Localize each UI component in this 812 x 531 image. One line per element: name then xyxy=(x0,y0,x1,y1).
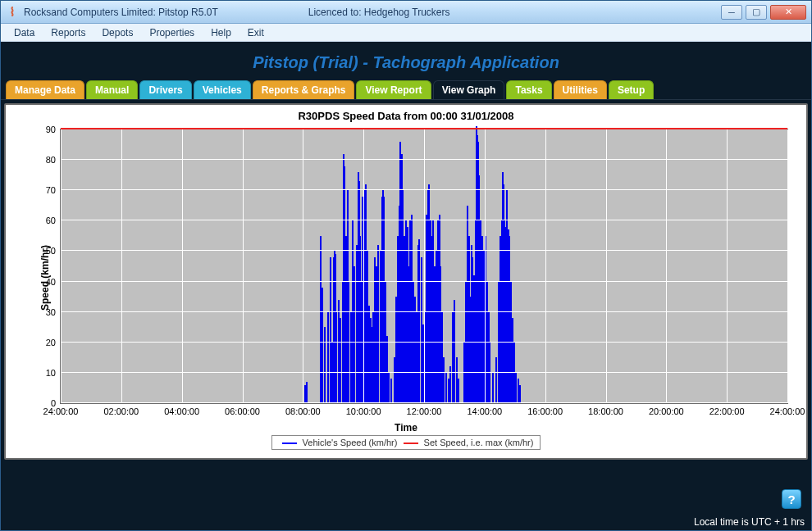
licence-text: Licenced to: Hedgehog Truckers xyxy=(308,7,450,18)
y-tick: 50 xyxy=(46,246,56,256)
plot-area: 010203040506070809024:00:0002:00:0004:00… xyxy=(60,129,788,404)
y-tick: 80 xyxy=(46,155,56,165)
legend-label-speed: Vehicle's Speed (km/hr) xyxy=(303,438,398,447)
tab-manual[interactable]: Manual xyxy=(86,80,138,99)
y-tick: 10 xyxy=(46,368,56,378)
app-window: Rocksand Computers Limited: Pitstop R5.0… xyxy=(0,0,812,531)
tab-view-graph[interactable]: View Graph xyxy=(433,80,505,99)
legend-swatch-speed xyxy=(282,442,297,444)
app-title: Pitstop (Trial) - Tachograph Application xyxy=(1,42,811,80)
x-tick: 10:00:00 xyxy=(346,406,381,416)
y-tick: 40 xyxy=(46,277,56,287)
x-tick: 18:00:00 xyxy=(588,406,623,416)
y-tick: 20 xyxy=(46,338,56,347)
app-body: Pitstop (Trial) - Tachograph Application… xyxy=(1,42,811,530)
help-row: ? xyxy=(4,460,808,512)
chart-title: R30PDS Speed Data from 00:00 31/01/2008 xyxy=(14,110,798,122)
y-tick: 70 xyxy=(46,185,56,195)
x-tick: 24:00:00 xyxy=(770,406,805,416)
legend-swatch-set xyxy=(404,442,418,444)
x-tick: 14:00:00 xyxy=(467,406,502,416)
tab-tasks[interactable]: Tasks xyxy=(506,80,551,99)
y-tick: 60 xyxy=(46,216,56,225)
status-bar: Local time is UTC + 1 hrs xyxy=(1,514,811,530)
x-tick: 22:00:00 xyxy=(709,406,745,416)
java-icon xyxy=(6,6,19,19)
maximize-button[interactable]: ▢ xyxy=(746,5,767,20)
menu-reports[interactable]: Reports xyxy=(43,25,94,40)
menu-help[interactable]: Help xyxy=(203,25,239,40)
close-button[interactable]: ✕ xyxy=(770,5,806,20)
chart-frame: R30PDS Speed Data from 00:00 31/01/2008 … xyxy=(4,103,808,460)
tab-bar: Manage Data Manual Drivers Vehicles Repo… xyxy=(1,80,811,99)
menu-exit[interactable]: Exit xyxy=(239,25,272,40)
window-controls: ─ ▢ ✕ xyxy=(721,5,806,20)
tab-reports-graphs[interactable]: Reports & Graphs xyxy=(253,80,355,99)
x-tick: 08:00:00 xyxy=(285,406,321,416)
tab-setup[interactable]: Setup xyxy=(609,80,654,99)
title-bar: Rocksand Computers Limited: Pitstop R5.0… xyxy=(1,1,811,24)
legend: Vehicle's Speed (km/hr) Set Speed, i.e. … xyxy=(14,435,798,450)
tab-utilities[interactable]: Utilities xyxy=(554,80,607,99)
tab-manage-data[interactable]: Manage Data xyxy=(6,80,84,99)
help-button[interactable]: ? xyxy=(782,489,801,509)
x-tick: 06:00:00 xyxy=(225,406,260,416)
x-tick: 20:00:00 xyxy=(649,406,684,416)
set-speed-line xyxy=(61,128,787,129)
menu-bar: Data Reports Depots Properties Help Exit xyxy=(1,24,811,42)
tab-view-report[interactable]: View Report xyxy=(356,80,431,99)
y-tick: 30 xyxy=(46,307,56,317)
tab-drivers[interactable]: Drivers xyxy=(139,80,191,99)
status-text: Local time is UTC + 1 hrs xyxy=(694,516,805,528)
x-tick: 24:00:00 xyxy=(43,406,79,416)
tab-content: R30PDS Speed Data from 00:00 31/01/2008 … xyxy=(1,99,811,514)
legend-label-set: Set Speed, i.e. max (km/hr) xyxy=(424,438,534,447)
minimize-button[interactable]: ─ xyxy=(721,5,742,20)
x-axis-label: Time xyxy=(395,422,417,433)
menu-data[interactable]: Data xyxy=(6,25,43,40)
x-tick: 02:00:00 xyxy=(103,406,139,416)
x-tick: 16:00:00 xyxy=(527,406,563,416)
window-title: Rocksand Computers Limited: Pitstop R5.0… xyxy=(24,7,218,18)
x-tick: 04:00:00 xyxy=(164,406,199,416)
chart-wrap: Speed (km/hr) 010203040506070809024:00:0… xyxy=(14,125,798,430)
menu-depots[interactable]: Depots xyxy=(94,25,141,40)
tab-vehicles[interactable]: Vehicles xyxy=(194,80,251,99)
menu-properties[interactable]: Properties xyxy=(141,25,203,40)
x-tick: 12:00:00 xyxy=(407,406,442,416)
y-tick: 90 xyxy=(46,125,56,134)
